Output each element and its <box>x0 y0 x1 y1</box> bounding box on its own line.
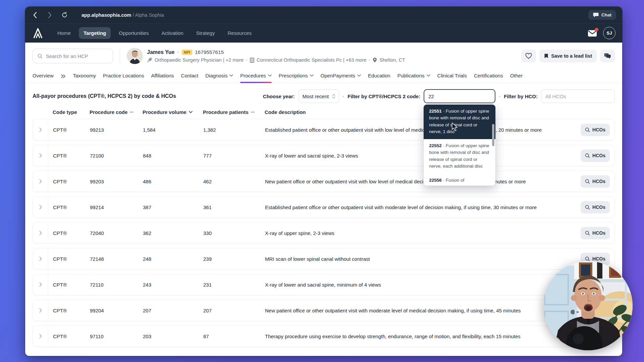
nav-item-strategy[interactable]: Strategy <box>192 27 220 39</box>
expand-row-button[interactable] <box>33 223 48 243</box>
procedures-table: CPT® 99213 1,584 1,382 Established patie… <box>25 119 622 356</box>
hcos-button[interactable]: HCOs <box>581 124 610 136</box>
chevron-down-icon <box>427 74 430 77</box>
chat-button[interactable]: Chat <box>588 10 616 20</box>
expand-row-button[interactable] <box>33 300 48 321</box>
tab-publications[interactable]: Publications <box>397 69 430 83</box>
hcp-search[interactable] <box>33 49 113 63</box>
webcam-overlay <box>543 261 633 350</box>
tab-procedures[interactable]: Procedures <box>240 69 272 83</box>
expand-row-button[interactable] <box>33 145 48 166</box>
separator-dot: · <box>342 94 344 99</box>
col-code-description: Code description <box>261 109 575 115</box>
webcam-video <box>543 261 633 350</box>
procedure-patients-cell: 330 <box>199 230 261 236</box>
expand-row-button[interactable] <box>33 171 48 192</box>
chat-bubble-icon <box>593 12 599 17</box>
code-filter-input[interactable] <box>424 89 495 103</box>
url-bar[interactable]: app.alphasophia.com / Alpha Sophia <box>82 12 164 18</box>
code-description-cell: New patient office or other outpatient v… <box>261 308 575 313</box>
procedure-patients-cell: 1,382 <box>199 127 261 133</box>
procedure-patients-cell: 462 <box>199 179 261 184</box>
expand-row-button[interactable] <box>33 326 48 347</box>
procedure-patients-cell: 239 <box>199 256 261 262</box>
procedure-patients-cell: 361 <box>199 204 261 210</box>
procedure-patients-cell: 207 <box>199 308 261 313</box>
hcos-button[interactable]: HCOs <box>581 149 610 162</box>
dropdown-option-22556[interactable]: 22556 · Fusion of <box>424 174 495 185</box>
profile-tabs: Overview Taxonomy Practice Locations Aff… <box>25 68 622 83</box>
tab-prescriptions[interactable]: Prescriptions <box>279 69 314 83</box>
chevron-down-icon <box>357 74 361 77</box>
code-filter-label: Filter by CPT®/HCPCS 2 code: <box>347 94 420 99</box>
expand-row-button[interactable] <box>33 274 48 295</box>
hco-filter-input[interactable] <box>541 89 615 103</box>
code-description-cell: X-ray of lower and sacral spine, 2-3 vie… <box>261 153 575 159</box>
expand-row-button[interactable] <box>33 248 48 269</box>
procedure-patients-cell: 777 <box>199 153 261 159</box>
col-procedure-code[interactable]: Procedure code <box>86 109 139 115</box>
comments-button[interactable] <box>600 50 615 62</box>
procedure-volume-cell: 362 <box>139 230 199 236</box>
nav-item-opportunities[interactable]: Opportunities <box>114 27 153 39</box>
search-input[interactable] <box>46 53 108 59</box>
year-select[interactable]: Most recent <box>298 89 339 103</box>
code-type-cell: CPT® <box>48 179 86 184</box>
code-type-cell: CPT® <box>48 256 86 262</box>
tab-other[interactable]: Other <box>510 69 523 83</box>
tab-affiliations[interactable]: Affiliations <box>151 69 174 83</box>
nav-item-activation[interactable]: Activation <box>157 27 188 39</box>
hcos-button[interactable]: HCOs <box>581 227 610 239</box>
tab-education[interactable]: Education <box>368 69 390 83</box>
section-title: All-payor procedures (CPT®, HCPCS 2) by … <box>33 93 176 99</box>
reload-icon[interactable] <box>61 11 68 19</box>
nav-item-home[interactable]: Home <box>53 27 75 39</box>
tab-overview[interactable]: Overview <box>33 69 54 83</box>
expand-row-button[interactable] <box>33 197 48 218</box>
tab-contact[interactable]: Contact <box>181 69 199 83</box>
mail-icon[interactable] <box>588 29 597 37</box>
hcos-button[interactable]: HCOs <box>581 201 610 214</box>
expand-row-button[interactable] <box>33 119 48 140</box>
table-header: Code type Procedure code Procedure volum… <box>25 108 622 119</box>
tab-certifications[interactable]: Certifications <box>474 69 503 83</box>
tab-diagnosis[interactable]: Diagnosis <box>205 69 233 83</box>
code-description-cell: New patient office or other outpatient v… <box>261 179 575 184</box>
minus-sort-icon <box>130 112 133 113</box>
separator-dot: · <box>246 57 248 63</box>
alpha-sophia-logo[interactable] <box>32 27 44 39</box>
nav-item-targeting[interactable]: Targeting <box>79 27 111 39</box>
code-description-cell: MRI scan of lower spinal canal without c… <box>261 256 575 262</box>
chevron-down-icon <box>310 74 314 77</box>
hcp-photo <box>127 48 143 64</box>
dropdown-scrollbar[interactable] <box>492 124 494 146</box>
mouse-cursor <box>451 123 459 131</box>
filters: Choose year: Most recent · Filter by CPT… <box>263 89 615 103</box>
col-procedure-volume[interactable]: Procedure volume <box>139 109 199 115</box>
procedure-volume-cell: 243 <box>139 282 199 288</box>
hcp-location: Shelton, CT <box>379 57 405 63</box>
double-chevron-icon[interactable] <box>61 71 66 83</box>
tab-taxonomy[interactable]: Taxonomy <box>73 69 96 83</box>
save-to-lead-list-button[interactable]: Save to a lead list <box>539 50 597 62</box>
dropdown-option-22552[interactable]: 22552 · Fusion of upper spine bone with … <box>424 139 495 174</box>
browser-chrome: app.alphasophia.com / Alpha Sophia Chat <box>25 7 622 23</box>
hcos-button[interactable]: HCOs <box>581 175 610 188</box>
nav-item-resources[interactable]: Resources <box>223 27 256 39</box>
table-row: CPT® 97110 203 87 Therapy procedure usin… <box>33 325 615 347</box>
tab-practice-locations[interactable]: Practice Locations <box>103 69 144 83</box>
heart-icon <box>525 53 532 59</box>
url-domain: app.alphasophia.com <box>82 12 131 18</box>
favorite-button[interactable] <box>521 50 536 62</box>
procedure-volume-cell: 486 <box>139 179 199 184</box>
tab-openpayments[interactable]: OpenPayments <box>321 69 361 83</box>
col-code-type[interactable]: Code type <box>48 109 86 115</box>
dropdown-option-22551[interactable]: 22551 · Fusion of upper spine bone with … <box>424 105 495 139</box>
hcp-organization: Connecticut Orthopaedic Specialists Pc |… <box>257 57 366 63</box>
tab-clinical-trials[interactable]: Clinical Trials <box>437 69 467 83</box>
user-avatar[interactable]: SJ <box>603 27 615 39</box>
chevron-down-icon <box>229 74 233 77</box>
col-procedure-patients[interactable]: Procedure patients <box>199 109 261 115</box>
forward-icon[interactable] <box>46 11 53 19</box>
back-icon[interactable] <box>31 11 39 19</box>
